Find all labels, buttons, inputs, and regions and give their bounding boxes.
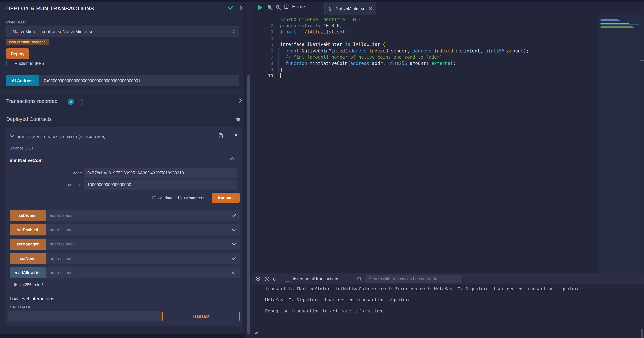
function-row-setNone: setNoneaddress addr <box>10 253 240 264</box>
low-level-info-icon[interactable]: i <box>231 296 233 301</box>
run-script-play-icon[interactable] <box>258 5 262 10</box>
code-row[interactable]: 3import "./IAllowList.sol"; <box>252 29 598 35</box>
tab-close-icon[interactable]: ✕ <box>369 6 372 11</box>
code-line: import "./IAllowList.sol"; <box>274 29 598 35</box>
code-row[interactable]: 2pragma solidity ^0.8.0; <box>252 22 598 29</box>
copy-address-icon[interactable] <box>218 133 224 138</box>
transact-button[interactable]: transact <box>212 193 240 203</box>
panel-scrollbar-thumb[interactable] <box>247 75 250 334</box>
publish-ipfs-label: Publish to IPFS <box>14 61 44 66</box>
code-row[interactable]: 9} <box>252 66 598 73</box>
instance-collapse-chevron-icon[interactable] <box>10 134 14 138</box>
readAllowList-button[interactable]: readAllowList <box>10 268 46 278</box>
setAdmin-button[interactable]: setAdmin <box>10 210 46 221</box>
at-address-button[interactable]: At Address <box>6 75 39 86</box>
code-line <box>274 35 598 41</box>
code-row[interactable]: 8 function mintNativeCoin(address addr, … <box>252 60 598 66</box>
editor-overview-ruler[interactable] <box>639 15 644 274</box>
terminal-search-input[interactable] <box>365 275 462 283</box>
transactions-count-badge: 2 <box>68 99 74 105</box>
clear-console-icon[interactable] <box>264 274 270 284</box>
pending-tx-count: 0 <box>273 274 276 284</box>
transactions-info-icon[interactable]: i <box>77 99 83 105</box>
low-level-transact-button[interactable]: Transact <box>162 311 240 322</box>
instance-title: INATIVEMINTER AT 0X020...00001 (BLOCKCHA… <box>18 135 105 139</box>
function-actions-row: Calldata Parameters transact <box>5 193 240 203</box>
clear-instances-trash-icon[interactable] <box>236 117 241 122</box>
code-line: function mintNativeCoin(address addr, ui… <box>274 60 598 66</box>
setAdmin-input[interactable]: address addr <box>46 210 240 221</box>
terminal-output[interactable]: transact to INativeMinter.mintNativeCoin… <box>252 284 644 338</box>
section-divider <box>0 91 244 92</box>
terminal-prompt[interactable]: > <box>255 330 258 335</box>
terminal-collapse-icon[interactable] <box>256 274 260 284</box>
deployed-instance-card: INATIVEMINTER AT 0X020...00001 (BLOCKCHA… <box>5 128 242 326</box>
readAllowList-placeholder: address addr <box>50 270 231 275</box>
minimap-line <box>600 27 634 28</box>
setManager-input[interactable]: address addr <box>46 238 240 250</box>
minimap-line <box>600 19 618 20</box>
line-number: 6 <box>252 48 274 53</box>
select-caret-icon: ▲▼ <box>232 30 234 33</box>
setManager-expand-chevron-icon[interactable] <box>231 242 236 246</box>
contract-select[interactable]: INativeMinter - contracts/INativeMinter.… <box>6 26 239 37</box>
zoom-out-icon[interactable] <box>267 4 273 10</box>
calldata-input[interactable] <box>8 311 162 322</box>
terminal-scrollbar-thumb[interactable] <box>641 329 643 338</box>
code-row[interactable]: 4 <box>252 35 598 41</box>
evm-version-badge: evm version: shanghai <box>6 39 49 45</box>
active-tab-label: INativeMinter.sol <box>334 6 366 11</box>
addr-field-input[interactable] <box>84 168 237 178</box>
zoom-in-icon[interactable] <box>275 4 281 10</box>
code-row[interactable]: 1//SPDX-License-Identifier: MIT <box>252 16 598 22</box>
instance-close-icon[interactable]: ✕ <box>234 132 238 138</box>
line-number: 5 <box>252 42 274 47</box>
terminal-log-line: MetaMask Tx Signature: User denied trans… <box>265 297 644 303</box>
setNone-expand-chevron-icon[interactable] <box>231 257 236 260</box>
deploy-button[interactable]: Deploy <box>6 48 29 59</box>
at-address-input[interactable] <box>39 75 239 86</box>
text-cursor <box>280 73 280 78</box>
deploy-run-panel: DEPLOY & RUN TRANSACTIONS CONTRACT INati… <box>0 0 244 338</box>
calldata-label: CALLDATA <box>10 305 30 309</box>
terminal-search-icon <box>357 274 362 284</box>
setNone-button[interactable]: setNone <box>10 253 46 264</box>
line-number: 8 <box>252 61 274 66</box>
open-function-name[interactable]: mintNativeCoin <box>10 158 43 163</box>
readAllowList-expand-chevron-icon[interactable] <box>231 271 236 275</box>
minimap-line <box>600 29 602 29</box>
setNone-input[interactable]: address addr <box>46 253 240 264</box>
code-editor[interactable]: 1//SPDX-License-Identifier: MIT2pragma s… <box>252 15 644 274</box>
copy-calldata-button[interactable]: Calldata <box>152 196 172 200</box>
at-address-row: At Address <box>6 75 239 86</box>
minimap-line <box>600 20 620 21</box>
readAllowList-input[interactable]: address addr <box>46 268 240 278</box>
terminal-panel: 0 listen on all transactions transact to… <box>252 274 644 338</box>
code-row[interactable]: 5interface INativeMinter is IAllowList { <box>252 42 598 48</box>
panel-pin-chevron-icon[interactable] <box>239 5 243 10</box>
copy-parameters-button[interactable]: Parameters <box>178 196 204 200</box>
function-list: setAdminaddress addrsetEnabledaddress ad… <box>10 210 240 282</box>
listen-checkbox-wrap: listen on all transactions <box>285 274 339 284</box>
setManager-button[interactable]: setManager <box>10 238 46 250</box>
setEnabled-input[interactable]: address addr <box>46 224 240 235</box>
code-line: interface INativeMinter is IAllowList { <box>274 42 598 48</box>
tab-home[interactable]: Home <box>284 4 305 9</box>
setEnabled-expand-chevron-icon[interactable] <box>231 228 236 232</box>
code-row[interactable]: 10 <box>252 73 598 79</box>
code-line: // Mint [amount] number of native coins … <box>274 54 598 60</box>
editor-minimap[interactable] <box>598 15 639 274</box>
setEnabled-button[interactable]: setEnabled <box>10 224 46 235</box>
publish-ipfs-checkbox[interactable] <box>6 61 12 66</box>
amount-field-input[interactable] <box>84 180 237 190</box>
function-collapse-chevron-icon[interactable] <box>230 157 235 160</box>
tab-inativeminter-sol[interactable]: INativeMinter.sol ✕ <box>324 2 376 15</box>
listen-all-transactions-checkbox[interactable] <box>285 276 290 282</box>
code-row[interactable]: 7 // Mint [amount] number of native coin… <box>252 54 598 60</box>
deployed-contracts-title: Deployed Contracts <box>6 116 52 122</box>
setAdmin-expand-chevron-icon[interactable] <box>231 214 236 217</box>
setEnabled-placeholder: address addr <box>50 227 231 232</box>
transactions-expand-chevron-icon[interactable] <box>239 98 242 103</box>
code-row[interactable]: 6 event NativeCoinMinted(address indexed… <box>252 48 598 54</box>
line-number: 3 <box>252 29 274 34</box>
